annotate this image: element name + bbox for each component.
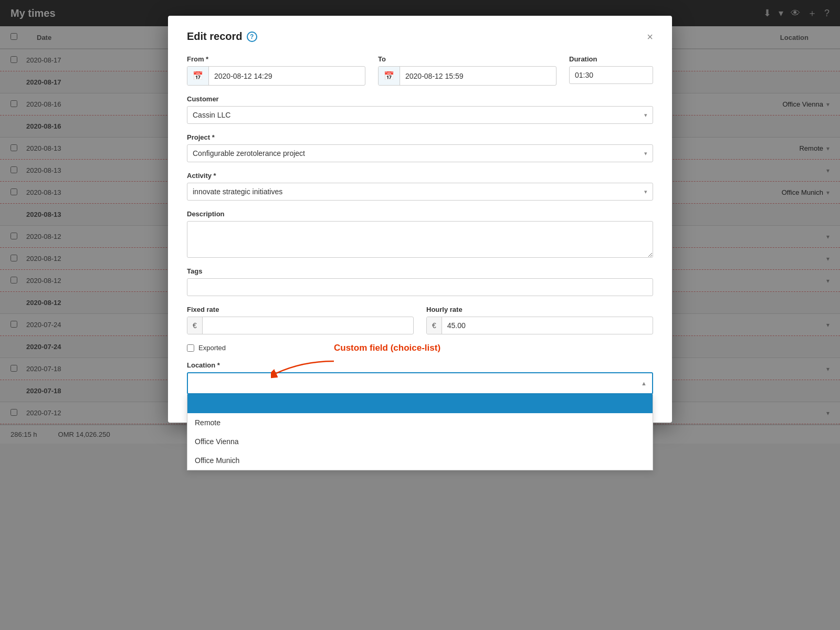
to-label: To <box>378 55 556 63</box>
duration-label: Duration <box>569 55 653 63</box>
location-select[interactable]: ▲ <box>187 372 653 394</box>
tags-field: Tags <box>187 267 653 296</box>
from-label: From * <box>187 55 365 63</box>
fixed-rate-input[interactable] <box>203 317 413 334</box>
calendar-icon[interactable]: 📅 <box>379 67 400 85</box>
description-field: Description <box>187 210 653 258</box>
duration-field: Duration <box>569 55 653 86</box>
customer-row: Customer Cassin LLC ▾ <box>187 95 653 124</box>
location-selected-value: ▲ <box>188 373 652 393</box>
close-button[interactable]: × <box>647 32 653 42</box>
tags-input[interactable] <box>187 278 653 296</box>
fixed-rate-label: Fixed rate <box>187 306 414 313</box>
customer-field: Customer Cassin LLC ▾ <box>187 95 653 124</box>
location-label: Location * <box>187 361 653 369</box>
activity-label: Activity * <box>187 172 653 180</box>
location-option-empty[interactable] <box>187 394 653 413</box>
exported-checkbox[interactable] <box>187 344 194 352</box>
tags-label: Tags <box>187 267 653 275</box>
location-row: Location * ▲ Remote Office Vienna Office… <box>187 361 653 394</box>
euro-symbol: € <box>187 317 203 334</box>
to-input-wrapper: 📅 <box>378 66 556 86</box>
exported-row: Exported <box>187 344 653 352</box>
chevron-down-icon: ▾ <box>644 150 647 157</box>
euro-symbol: € <box>427 317 442 334</box>
customer-select[interactable]: Cassin LLC ▾ <box>187 106 653 124</box>
fixed-rate-input-wrapper: € <box>187 317 414 334</box>
exported-label: Exported <box>198 344 226 352</box>
hourly-rate-label: Hourly rate <box>426 306 653 313</box>
datetime-row: From * 📅 To 📅 Duration <box>187 55 653 86</box>
chevron-down-icon: ▾ <box>644 112 647 119</box>
location-select-container: ▲ Remote Office Vienna Office Munich <box>187 372 653 394</box>
activity-row: Activity * innovate strategic initiative… <box>187 172 653 201</box>
description-input[interactable] <box>187 221 653 258</box>
hourly-rate-input-wrapper: € <box>426 317 653 334</box>
rates-row: Fixed rate € Hourly rate € <box>187 306 653 334</box>
project-field: Project * Configurable zerotoler­ance pr… <box>187 133 653 162</box>
chevron-down-icon: ▾ <box>644 188 647 195</box>
hourly-rate-field: Hourly rate € <box>426 306 653 334</box>
location-field: Location * ▲ Remote Office Vienna Office… <box>187 361 653 394</box>
customer-label: Customer <box>187 95 653 103</box>
from-input[interactable] <box>209 68 365 85</box>
location-option-remote[interactable]: Remote <box>187 413 653 432</box>
duration-input[interactable] <box>569 66 653 84</box>
to-input[interactable] <box>400 68 556 85</box>
activity-field: Activity * innovate strategic initiative… <box>187 172 653 201</box>
exported-annotation-container: Exported Custom field (choice-list) <box>187 344 653 352</box>
chevron-up-icon: ▲ <box>641 380 647 386</box>
to-field: To 📅 <box>378 55 556 86</box>
from-field: From * 📅 <box>187 55 365 86</box>
edit-record-modal: Edit record ? × From * 📅 To 📅 Duration <box>168 16 672 423</box>
location-option-office-munich[interactable]: Office Munich <box>187 451 653 470</box>
tags-row: Tags <box>187 267 653 296</box>
location-dropdown: Remote Office Vienna Office Munich <box>187 394 653 470</box>
modal-title: Edit record ? <box>187 30 257 43</box>
project-label: Project * <box>187 133 653 141</box>
from-input-wrapper: 📅 <box>187 66 365 86</box>
help-icon[interactable]: ? <box>247 32 257 42</box>
project-select[interactable]: Configurable zerotoler­ance project ▾ <box>187 144 653 162</box>
activity-select[interactable]: innovate strategic initiatives ▾ <box>187 183 653 201</box>
location-option-office-vienna[interactable]: Office Vienna <box>187 432 653 451</box>
calendar-icon[interactable]: 📅 <box>187 67 209 85</box>
hourly-rate-input[interactable] <box>442 317 653 334</box>
modal-header: Edit record ? × <box>187 30 653 43</box>
description-label: Description <box>187 210 653 218</box>
description-row: Description <box>187 210 653 258</box>
fixed-rate-field: Fixed rate € <box>187 306 414 334</box>
project-row: Project * Configurable zerotoler­ance pr… <box>187 133 653 162</box>
